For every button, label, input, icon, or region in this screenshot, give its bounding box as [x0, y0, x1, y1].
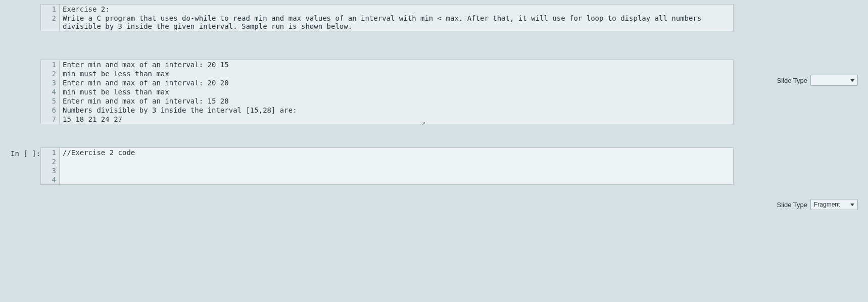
- line-number: 1: [41, 148, 60, 157]
- slide-type-panel-fragment: Slide Type Fragment: [777, 199, 858, 210]
- line-number: 3: [41, 166, 60, 175]
- code-line: Enter min and max of an interval: 20 20: [60, 78, 734, 87]
- slide-type-select-wrap: [810, 75, 858, 86]
- code-line: [60, 166, 734, 175]
- code-line: min must be less than max: [60, 87, 734, 96]
- slide-type-label: Slide Type: [777, 77, 807, 84]
- line-number: 1: [41, 5, 60, 14]
- line-number: 2: [41, 69, 60, 78]
- markdown-editor[interactable]: 1 Exercise 2: 2 Write a C program that u…: [40, 4, 734, 31]
- code-line: min must be less than max: [60, 69, 734, 78]
- line-number: 5: [41, 96, 60, 106]
- slide-type-panel: Slide Type: [777, 75, 858, 86]
- code-editor[interactable]: 1//Exercise 2 code 2 3 4: [40, 147, 734, 185]
- code-cell: In [ ]: 1//Exercise 2 code 2 3 4: [0, 147, 868, 185]
- slide-type-select[interactable]: Fragment: [810, 199, 858, 210]
- markdown-cell-exercise: 1 Exercise 2: 2 Write a C program that u…: [0, 4, 868, 31]
- line-number: 1: [41, 60, 60, 69]
- code-line: 15 18 21 24 27: [60, 115, 734, 124]
- code-line: Enter min and max of an interval: 20 15: [60, 60, 734, 69]
- code-line: [60, 157, 734, 166]
- line-number: 3: [41, 78, 60, 87]
- code-line: Enter min and max of an interval: 15 28: [60, 96, 734, 106]
- line-number: 7: [41, 115, 60, 124]
- code-line: Write a C program that uses do-while to …: [60, 14, 734, 31]
- code-line: //Exercise 2 code: [60, 148, 734, 157]
- cursor-icon: ↗: [422, 119, 425, 126]
- slide-type-select[interactable]: [810, 75, 858, 86]
- raw-cell-sample: 1Enter min and max of an interval: 20 15…: [0, 60, 868, 124]
- raw-editor[interactable]: 1Enter min and max of an interval: 20 15…: [40, 60, 734, 124]
- prompt-empty: [0, 60, 40, 62]
- line-number: 4: [41, 175, 60, 184]
- line-number: 6: [41, 106, 60, 115]
- line-number: 4: [41, 87, 60, 96]
- slide-type-select-wrap: Fragment: [810, 199, 858, 210]
- prompt-in: In [ ]:: [0, 147, 40, 158]
- line-number: 2: [41, 14, 60, 31]
- code-line: Exercise 2:: [60, 5, 734, 14]
- line-number: 2: [41, 157, 60, 166]
- code-line: [60, 175, 734, 184]
- prompt-empty: [0, 4, 40, 6]
- code-line: Numbers divisible by 3 inside the interv…: [60, 106, 734, 115]
- slide-type-label: Slide Type: [777, 201, 807, 209]
